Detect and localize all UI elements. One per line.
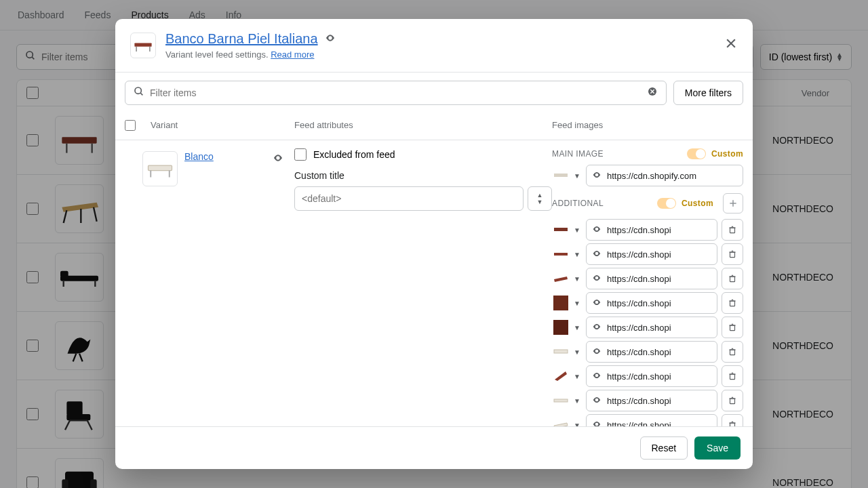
- main-thumb-dd-icon[interactable]: ▼: [574, 172, 582, 180]
- svg-marker-49: [554, 277, 568, 282]
- eye-icon: [592, 170, 601, 182]
- url-text: https://cdn.shopi: [607, 225, 671, 235]
- image-thumb[interactable]: [552, 367, 570, 385]
- title-stepper[interactable]: ▲▼: [528, 186, 552, 211]
- svg-rect-70: [730, 399, 735, 404]
- svg-rect-69: [554, 399, 568, 402]
- url-text: https://cdn.shopi: [607, 274, 671, 284]
- image-url-box[interactable]: https://cdn.shopi: [586, 414, 717, 426]
- main-image-url[interactable]: https://cdn.shopify.com: [586, 165, 743, 186]
- excluded-label: Excluded from feed: [313, 149, 395, 160]
- image-url-box[interactable]: https://cdn.shopi: [586, 243, 717, 265]
- eye-icon: [592, 346, 601, 358]
- add-image-button[interactable]: [723, 193, 743, 214]
- url-text: https://cdn.shopi: [607, 249, 671, 260]
- svg-rect-38: [554, 174, 568, 177]
- image-url-box[interactable]: https://cdn.shopi: [586, 219, 717, 241]
- eye-icon: [592, 420, 601, 427]
- thumb-dd-icon[interactable]: ▼: [574, 226, 582, 234]
- thumb-dd-icon[interactable]: ▼: [574, 422, 582, 427]
- thumb-dd-icon[interactable]: ▼: [574, 275, 582, 283]
- image-thumb[interactable]: [552, 221, 570, 239]
- image-thumb[interactable]: [552, 392, 570, 409]
- additional-image-row: ▼https://cdn.shopi: [552, 414, 743, 426]
- additional-image-row: ▼https://cdn.shopi: [552, 268, 743, 289]
- svg-rect-66: [730, 374, 735, 380]
- readmore-link[interactable]: Read more: [271, 49, 314, 60]
- main-thumb[interactable]: [552, 167, 570, 184]
- excluded-checkbox[interactable]: [294, 148, 307, 161]
- eye-icon: [592, 224, 601, 236]
- thumb-dd-icon[interactable]: ▼: [574, 324, 582, 331]
- additional-image-row: ▼https://cdn.shopi: [552, 341, 743, 363]
- url-text: https://cdn.shopi: [607, 298, 671, 308]
- eye-icon: [592, 371, 601, 382]
- thumb-dd-icon[interactable]: ▼: [574, 373, 582, 380]
- additional-image-row: ▼https://cdn.shopi: [552, 243, 743, 265]
- delete-image-button[interactable]: [722, 219, 743, 241]
- url-text: https://cdn.shopi: [607, 347, 671, 357]
- svg-marker-65: [555, 371, 567, 381]
- image-thumb[interactable]: [552, 245, 570, 263]
- additional-image-row: ▼https://cdn.shopi: [552, 390, 743, 411]
- image-url-box[interactable]: https://cdn.shopi: [586, 268, 717, 289]
- reset-button[interactable]: Reset: [640, 436, 688, 460]
- eye-icon: [592, 395, 601, 407]
- delete-image-button[interactable]: [722, 317, 743, 338]
- additional-label: ADDITIONAL: [552, 199, 604, 208]
- variant-visibility-icon[interactable]: [273, 152, 283, 165]
- svg-rect-45: [554, 253, 568, 256]
- svg-rect-58: [730, 325, 735, 331]
- delete-image-button[interactable]: [722, 292, 743, 314]
- save-button[interactable]: Save: [694, 436, 741, 460]
- svg-rect-61: [554, 350, 568, 353]
- col-images-label: Feed images: [552, 120, 743, 133]
- variant-thumb: [142, 151, 178, 186]
- svg-rect-41: [554, 228, 568, 231]
- image-url-box[interactable]: https://cdn.shopi: [586, 341, 717, 363]
- delete-image-button[interactable]: [722, 414, 743, 426]
- subtitle-text: Variant level feed settings.: [165, 49, 269, 60]
- svg-rect-54: [730, 301, 735, 306]
- additional-custom-label: Custom: [682, 199, 713, 208]
- clear-filter-icon[interactable]: [647, 86, 658, 100]
- thumb-dd-icon[interactable]: ▼: [574, 348, 582, 356]
- image-url-box[interactable]: https://cdn.shopi: [586, 292, 717, 314]
- delete-image-button[interactable]: [722, 390, 743, 411]
- visibility-icon[interactable]: [325, 34, 336, 45]
- image-url-box[interactable]: https://cdn.shopi: [586, 317, 717, 338]
- image-thumb[interactable]: [552, 343, 570, 361]
- additional-toggle[interactable]: [657, 198, 676, 209]
- variant-name-link[interactable]: Blanco: [184, 151, 214, 162]
- delete-image-button[interactable]: [722, 243, 743, 265]
- main-image-label: MAIN IMAGE: [552, 149, 604, 159]
- eye-icon: [592, 298, 601, 309]
- modal-filter-box[interactable]: [125, 81, 667, 105]
- image-url-box[interactable]: https://cdn.shopi: [586, 390, 717, 411]
- svg-rect-74: [730, 423, 735, 426]
- main-image-toggle[interactable]: [687, 148, 706, 159]
- thumb-dd-icon[interactable]: ▼: [574, 300, 582, 307]
- image-thumb[interactable]: [552, 319, 570, 336]
- variant-select-all[interactable]: [125, 120, 136, 131]
- image-url-box[interactable]: https://cdn.shopi: [586, 365, 717, 387]
- image-thumb[interactable]: [552, 270, 570, 287]
- delete-image-button[interactable]: [722, 365, 743, 387]
- more-filters-button[interactable]: More filters: [673, 81, 743, 105]
- image-thumb[interactable]: [552, 416, 570, 426]
- thumb-dd-icon[interactable]: ▼: [574, 251, 582, 258]
- custom-title-label: Custom title: [294, 170, 552, 181]
- thumb-dd-icon[interactable]: ▼: [574, 397, 582, 405]
- image-thumb[interactable]: [552, 294, 570, 312]
- delete-image-button[interactable]: [722, 341, 743, 363]
- svg-line-31: [140, 93, 142, 95]
- custom-title-input[interactable]: [294, 186, 524, 211]
- svg-rect-35: [149, 165, 172, 171]
- svg-rect-25: [134, 43, 151, 46]
- close-icon[interactable]: [724, 37, 738, 54]
- product-title-link[interactable]: Banco Barna Piel Italiana: [165, 31, 318, 46]
- variant-modal: Banco Barna Piel Italiana Variant level …: [115, 19, 753, 469]
- modal-filter-input[interactable]: [150, 87, 647, 98]
- delete-image-button[interactable]: [722, 268, 743, 289]
- url-text: https://cdn.shopi: [607, 371, 671, 382]
